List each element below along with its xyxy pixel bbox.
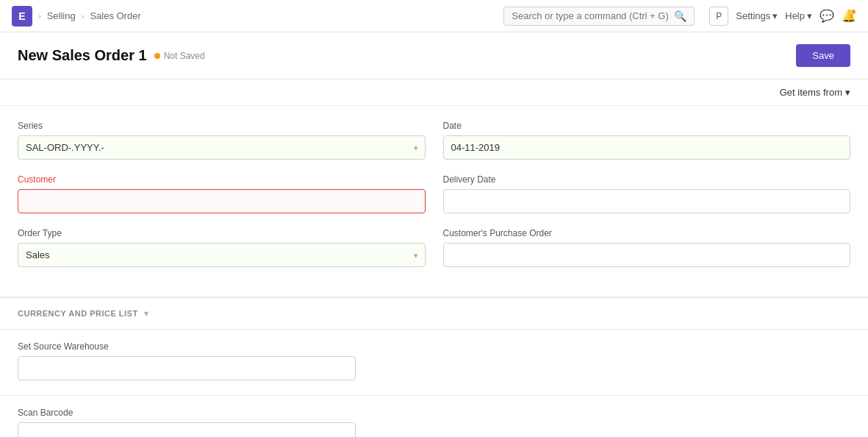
delivery-date-input[interactable] (443, 189, 851, 213)
form-card: Get items from ▾ Series SAL-ORD-.YYYY.- … (0, 79, 868, 297)
warehouse-input[interactable] (18, 356, 356, 380)
form-row-1: Series SAL-ORD-.YYYY.- ▾ Date (18, 121, 850, 160)
order-type-field: Order Type Sales Maintenance Shopping Ca… (18, 228, 426, 267)
page-title-row: New Sales Order 1 Not Saved (18, 47, 205, 64)
form-body: Series SAL-ORD-.YYYY.- ▾ Date Custome (0, 106, 868, 296)
status-badge: Not Saved (154, 51, 205, 61)
order-type-select[interactable]: Sales Maintenance Shopping Cart (18, 243, 426, 267)
series-field: Series SAL-ORD-.YYYY.- ▾ (18, 121, 426, 160)
customer-label: Customer (18, 174, 426, 185)
series-label: Series (18, 121, 426, 131)
page-title: New Sales Order 1 (18, 47, 147, 64)
purchase-order-label: Customer's Purchase Order (443, 228, 851, 238)
date-input[interactable] (443, 135, 851, 160)
search-container[interactable]: 🔍 (503, 7, 695, 26)
currency-section-label: CURRENCY AND PRICE LIST (18, 309, 138, 318)
warehouse-label: Set Source Warehouse (18, 341, 850, 352)
status-text: Not Saved (164, 51, 205, 61)
customer-input[interactable] (18, 189, 426, 213)
date-field: Date (443, 121, 851, 160)
currency-section-toggle-icon[interactable]: ▾ (144, 308, 148, 319)
search-input[interactable] (512, 10, 670, 21)
main-content: Get items from ▾ Series SAL-ORD-.YYYY.- … (0, 79, 868, 437)
top-nav: E › Selling › Sales Order 🔍 P Settings ▾… (0, 0, 868, 32)
get-items-button[interactable]: Get items from ▾ (780, 87, 850, 98)
order-type-select-wrapper: Sales Maintenance Shopping Cart ▾ (18, 243, 426, 267)
notification-dot (850, 9, 856, 15)
breadcrumb-sales-order[interactable]: Sales Order (90, 10, 140, 21)
form-row-3: Order Type Sales Maintenance Shopping Ca… (18, 228, 850, 267)
bell-container: 🔔 (842, 9, 856, 23)
form-row-2: Customer Delivery Date (18, 174, 850, 213)
barcode-section: Scan Barcode (0, 396, 868, 437)
dropdown-arrow-icon: ▾ (845, 87, 850, 98)
settings-button[interactable]: Settings ▾ (736, 10, 778, 21)
app-logo: E (12, 6, 32, 26)
form-card-header: Get items from ▾ (0, 79, 868, 106)
date-label: Date (443, 121, 851, 131)
order-type-label: Order Type (18, 228, 426, 238)
breadcrumb-chevron-2: › (82, 12, 85, 21)
customer-field: Customer (18, 174, 426, 213)
search-icon: 🔍 (674, 10, 686, 22)
save-button[interactable]: Save (796, 44, 850, 67)
breadcrumb-selling[interactable]: Selling (47, 10, 76, 21)
status-dot (154, 53, 160, 59)
delivery-date-label: Delivery Date (443, 174, 851, 185)
warehouse-section: Set Source Warehouse (0, 330, 868, 396)
series-select[interactable]: SAL-ORD-.YYYY.- (18, 135, 426, 160)
barcode-label: Scan Barcode (18, 408, 850, 418)
series-select-wrapper: SAL-ORD-.YYYY.- ▾ (18, 135, 426, 160)
notifications-chat-icon[interactable]: 💬 (819, 9, 834, 23)
barcode-input[interactable] (18, 422, 356, 437)
delivery-date-field: Delivery Date (443, 174, 851, 213)
purchase-order-input[interactable] (443, 243, 851, 267)
breadcrumb-chevron-1: › (38, 12, 41, 21)
currency-section: CURRENCY AND PRICE LIST ▾ (0, 297, 868, 330)
profile-badge[interactable]: P (709, 7, 728, 26)
help-button[interactable]: Help ▾ (785, 10, 812, 21)
page-header: New Sales Order 1 Not Saved Save (0, 32, 868, 79)
nav-right: P Settings ▾ Help ▾ 💬 🔔 (709, 7, 856, 26)
purchase-order-field: Customer's Purchase Order (443, 228, 851, 267)
